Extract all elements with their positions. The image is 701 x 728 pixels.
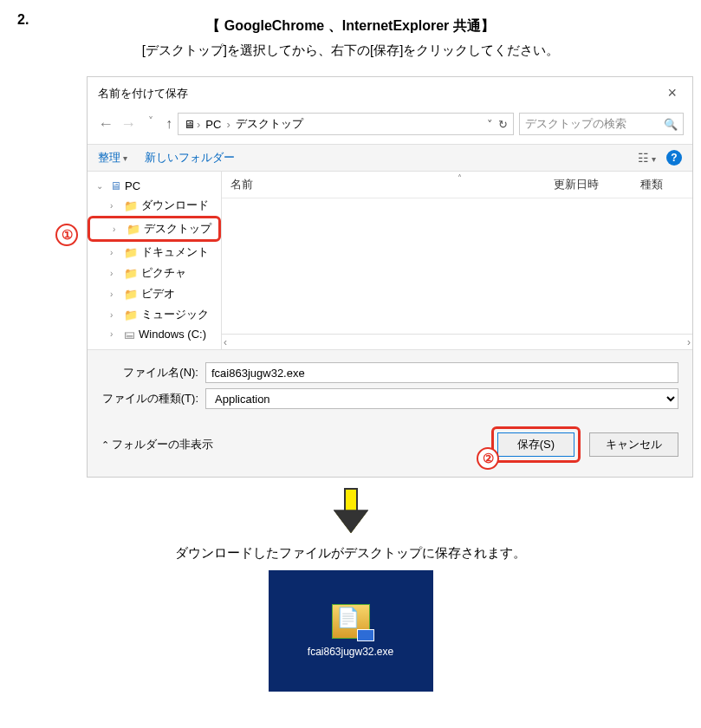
view-menu[interactable]: ☷ bbox=[638, 151, 656, 165]
breadcrumb-sep: › bbox=[197, 118, 200, 131]
col-type[interactable]: 種類 bbox=[640, 177, 684, 192]
titlebar: 名前を付けて保存 × bbox=[88, 77, 692, 109]
scroll-right-icon[interactable]: › bbox=[687, 336, 691, 348]
forward-button[interactable]: → bbox=[119, 115, 138, 133]
file-list[interactable]: ˄ 名前 更新日時 種類 ‹ › bbox=[222, 172, 692, 349]
sort-indicator: ˄ bbox=[458, 173, 462, 183]
folder-icon: 📁 bbox=[124, 199, 138, 212]
col-name[interactable]: 名前 bbox=[230, 177, 554, 192]
step-number: 2. bbox=[17, 12, 29, 28]
tree-desktop[interactable]: ›📁 デスクトップ bbox=[88, 216, 221, 242]
tree-item-label: ビデオ bbox=[141, 286, 175, 302]
filetype-label: ファイルの種類(T): bbox=[101, 391, 205, 406]
scroll-left-icon[interactable]: ‹ bbox=[224, 336, 227, 348]
nav-toolbar: ← → ˅ ↑ 🖥 › PC › デスクトップ ˅ ↻ デ bbox=[88, 109, 692, 144]
tree-item-label: ミュージック bbox=[141, 307, 209, 322]
tree-item-label: ドキュメント bbox=[141, 244, 209, 260]
exe-file-icon bbox=[332, 604, 370, 639]
search-placeholder: デスクトップの検索 bbox=[525, 116, 626, 132]
tree-item-label: ダウンロード bbox=[141, 198, 209, 213]
organize-menu[interactable]: 整理 bbox=[98, 150, 127, 166]
address-dropdown[interactable]: ˅ bbox=[487, 118, 493, 131]
section-title: 【 GoogleChrome 、InternetExplorer 共通】 bbox=[17, 17, 684, 36]
desktop-preview: fcai863jugw32.exe bbox=[269, 570, 433, 692]
filename-input[interactable] bbox=[205, 362, 678, 383]
folder-icon: 📁 bbox=[124, 309, 138, 322]
folder-icon: 📁 bbox=[124, 246, 138, 259]
tree-item-label: Windows (C:) bbox=[139, 328, 206, 341]
tree-drive-c[interactable]: ›🖴 Windows (C:) bbox=[88, 325, 221, 343]
folder-icon: 📁 bbox=[124, 288, 138, 301]
new-folder-button[interactable]: 新しいフォルダー bbox=[145, 150, 235, 166]
filetype-select[interactable]: Application bbox=[205, 388, 678, 409]
tree-downloads[interactable]: ›📁 ダウンロード bbox=[88, 195, 221, 216]
search-icon: 🔍 bbox=[664, 118, 678, 131]
cancel-button[interactable]: キャンセル bbox=[589, 432, 678, 457]
history-dropdown[interactable]: ˅ bbox=[141, 115, 160, 133]
command-bar: 整理 新しいフォルダー ☷ ? bbox=[88, 144, 692, 172]
col-date[interactable]: 更新日時 bbox=[554, 177, 640, 192]
save-dialog: 名前を付けて保存 × ← → ˅ ↑ 🖥 › PC › デスクトップ bbox=[87, 76, 693, 478]
folder-tree: ⌄🖥 PC ›📁 ダウンロード ›📁 デスクトップ ›📁 ドキュメント bbox=[88, 172, 222, 349]
tree-pictures[interactable]: ›📁 ピクチャ bbox=[88, 263, 221, 283]
address-bar[interactable]: 🖥 › PC › デスクトップ ˅ ↻ bbox=[178, 113, 514, 135]
tree-videos[interactable]: ›📁 ビデオ bbox=[88, 283, 221, 304]
hide-folders-toggle[interactable]: フォルダーの非表示 bbox=[101, 437, 213, 452]
arrow-down-icon bbox=[335, 488, 367, 533]
pc-icon: 🖥 bbox=[184, 118, 195, 131]
callout-2: ② bbox=[477, 447, 499, 470]
result-text: ダウンロードしたファイルがデスクトップに保存されます。 bbox=[17, 545, 684, 562]
dialog-footer: ファイル名(N): ファイルの種類(T): Application フォルダーの… bbox=[88, 349, 692, 477]
tree-documents[interactable]: ›📁 ドキュメント bbox=[88, 242, 221, 263]
drive-icon: 🖴 bbox=[124, 328, 135, 341]
tree-pc-label: PC bbox=[125, 179, 140, 192]
close-button[interactable]: × bbox=[662, 84, 682, 102]
tree-item-label: ピクチャ bbox=[141, 265, 186, 281]
search-input[interactable]: デスクトップの検索 🔍 bbox=[519, 113, 684, 135]
up-button[interactable]: ↑ bbox=[166, 116, 172, 132]
callout-1: ① bbox=[55, 224, 78, 246]
tree-item-label: デスクトップ bbox=[144, 221, 211, 237]
filename-label: ファイル名(N): bbox=[101, 365, 205, 380]
tree-pc[interactable]: ⌄🖥 PC bbox=[88, 177, 221, 195]
back-button[interactable]: ← bbox=[96, 115, 115, 133]
breadcrumb-desktop[interactable]: デスクトップ bbox=[236, 116, 303, 132]
folder-icon: 📁 bbox=[127, 223, 140, 236]
tree-music[interactable]: ›📁 ミュージック bbox=[88, 304, 221, 325]
folder-icon: 📁 bbox=[124, 267, 138, 280]
save-highlight: 保存(S) bbox=[491, 426, 581, 463]
breadcrumb-pc[interactable]: PC bbox=[205, 118, 221, 131]
help-button[interactable]: ? bbox=[666, 150, 682, 166]
breadcrumb-sep: › bbox=[226, 118, 230, 131]
section-instruction: [デスクトップ]を選択してから、右下の[保存]をクリックしてください。 bbox=[17, 42, 684, 59]
exe-file-label: fcai863jugw32.exe bbox=[308, 646, 393, 658]
dialog-title: 名前を付けて保存 bbox=[98, 86, 662, 101]
save-button[interactable]: 保存(S) bbox=[497, 432, 574, 457]
hscrollbar[interactable]: ‹ › bbox=[222, 334, 692, 349]
refresh-button[interactable]: ↻ bbox=[498, 118, 508, 131]
